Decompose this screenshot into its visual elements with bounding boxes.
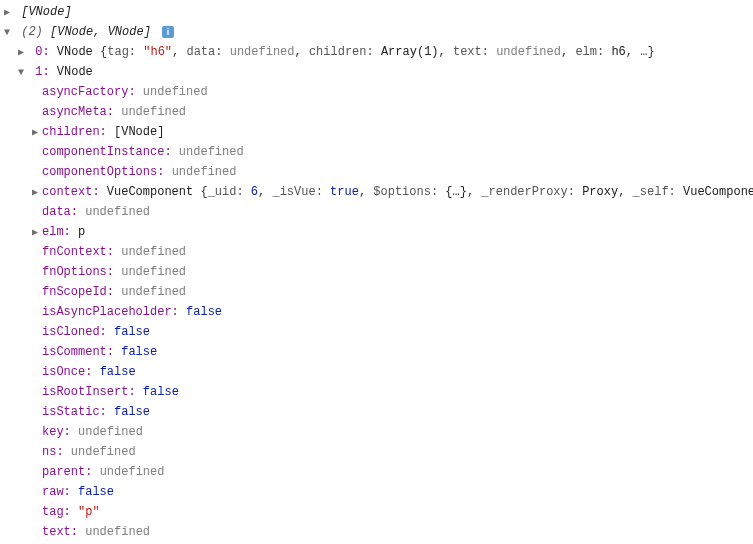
vnode-label: [VNode] xyxy=(21,5,71,19)
array-header[interactable]: ▼ (2) [VNode, VNode] i xyxy=(0,22,753,42)
expand-arrow-icon[interactable]: ▶ xyxy=(32,185,42,200)
index-label: 1: xyxy=(35,65,49,79)
prop-isCloned[interactable]: isCloned: false xyxy=(0,322,753,342)
prop-key[interactable]: key: undefined xyxy=(0,422,753,442)
array-item-1[interactable]: ▼ 1: VNode xyxy=(0,62,753,82)
vnode-collapsed-top[interactable]: ▶ [VNode] xyxy=(0,2,753,22)
prop-fnScopeId[interactable]: fnScopeId: undefined xyxy=(0,282,753,302)
prop-componentOptions[interactable]: componentOptions: undefined xyxy=(0,162,753,182)
collapse-arrow-icon[interactable]: ▼ xyxy=(18,65,28,80)
array-count: (2) xyxy=(21,25,43,39)
expand-arrow-icon[interactable]: ▶ xyxy=(32,225,42,240)
prop-fnContext[interactable]: fnContext: undefined xyxy=(0,242,753,262)
expand-arrow-icon[interactable]: ▶ xyxy=(18,45,28,60)
prop-asyncFactory[interactable]: asyncFactory: undefined xyxy=(0,82,753,102)
array-item-0[interactable]: ▶ 0: VNode {tag: "h6", data: undefined, … xyxy=(0,42,753,62)
prop-ns[interactable]: ns: undefined xyxy=(0,442,753,462)
prop-isRootInsert[interactable]: isRootInsert: false xyxy=(0,382,753,402)
prop-isOnce[interactable]: isOnce: false xyxy=(0,362,753,382)
array-types: [VNode, VNode] xyxy=(50,25,151,39)
prop-componentInstance[interactable]: componentInstance: undefined xyxy=(0,142,753,162)
prop-context[interactable]: ▶context: VueComponent {_uid: 6, _isVue:… xyxy=(0,182,753,202)
prop-raw[interactable]: raw: false xyxy=(0,482,753,502)
expand-arrow-icon[interactable]: ▶ xyxy=(32,125,42,140)
prop-text[interactable]: text: undefined xyxy=(0,522,753,542)
vnode-type: VNode xyxy=(57,65,93,79)
prop-asyncMeta[interactable]: asyncMeta: undefined xyxy=(0,102,753,122)
index-label: 0: xyxy=(35,45,49,59)
collapse-arrow-icon[interactable]: ▼ xyxy=(4,25,14,40)
prop-elm[interactable]: ▶elm: p xyxy=(0,222,753,242)
vnode-type: VNode xyxy=(57,45,93,59)
prop-isComment[interactable]: isComment: false xyxy=(0,342,753,362)
prop-parent[interactable]: parent: undefined xyxy=(0,462,753,482)
prop-children[interactable]: ▶children: [VNode] xyxy=(0,122,753,142)
prop-data[interactable]: data: undefined xyxy=(0,202,753,222)
prop-tag[interactable]: tag: "p" xyxy=(0,502,753,522)
expand-arrow-icon[interactable]: ▶ xyxy=(4,5,14,20)
prop-isStatic[interactable]: isStatic: false xyxy=(0,402,753,422)
info-icon[interactable]: i xyxy=(162,26,174,38)
prop-fnOptions[interactable]: fnOptions: undefined xyxy=(0,262,753,282)
prop-isAsyncPlaceholder[interactable]: isAsyncPlaceholder: false xyxy=(0,302,753,322)
